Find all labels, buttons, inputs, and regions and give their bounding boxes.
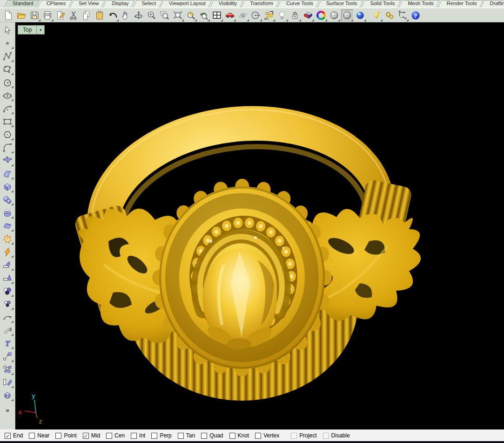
spheres-icon[interactable] xyxy=(1,194,13,205)
cplane-box-icon[interactable] xyxy=(1,390,13,401)
standard-toolbar: ? xyxy=(0,8,504,22)
osnap-cen-checkbox[interactable] xyxy=(106,433,112,439)
shaded-viewport-sphere-icon[interactable] xyxy=(328,9,340,21)
osnap-mid-checkbox[interactable]: ✓ xyxy=(83,433,89,439)
single-point-icon[interactable] xyxy=(1,38,13,49)
trim-icon[interactable] xyxy=(1,259,13,271)
tab-surface-tools[interactable]: Surface Tools xyxy=(319,0,363,7)
zoom-dynamic-icon[interactable] xyxy=(146,9,158,21)
arc-icon[interactable] xyxy=(1,103,13,114)
circle-icon[interactable] xyxy=(1,77,13,88)
osnap-cen: Cen xyxy=(106,432,125,439)
tab-select[interactable]: Select xyxy=(135,0,162,7)
help-icon[interactable]: ? xyxy=(410,9,422,21)
dimension-icon[interactable] xyxy=(396,9,409,21)
cylinder-torus-icon[interactable] xyxy=(1,207,13,218)
box-icon[interactable] xyxy=(1,181,13,192)
curved-surface-icon[interactable] xyxy=(1,168,13,179)
polygon-icon[interactable] xyxy=(1,129,13,140)
patch-surface-icon[interactable] xyxy=(1,220,13,232)
undo-icon[interactable] xyxy=(107,9,119,21)
osnap-vertex-checkbox[interactable] xyxy=(255,433,261,439)
osnap-disable-checkbox[interactable] xyxy=(323,433,329,439)
extend-curve-icon[interactable] xyxy=(1,312,13,323)
osnap-int-checkbox[interactable] xyxy=(131,433,137,439)
copy-objects-icon[interactable] xyxy=(1,364,13,375)
freeform-curve-icon[interactable] xyxy=(1,64,13,75)
selection-filter-icon[interactable] xyxy=(263,9,275,21)
car-icon[interactable] xyxy=(224,9,236,21)
osnap-quad-checkbox[interactable] xyxy=(201,433,207,439)
tab-cplanes[interactable]: CPlanes xyxy=(40,0,72,7)
cplane-grid-icon[interactable] xyxy=(237,9,249,21)
main-toolbar-left: T » xyxy=(0,22,15,429)
tab-mesh-tools[interactable]: Mesh Tools xyxy=(401,0,439,7)
new-document-icon[interactable] xyxy=(2,9,14,21)
options-gears-icon[interactable] xyxy=(383,9,396,21)
select-arrow-icon[interactable] xyxy=(1,25,13,36)
display-mode-wedge-icon[interactable] xyxy=(302,9,314,21)
osnap-knot-checkbox[interactable] xyxy=(229,433,235,439)
osnap-near-checkbox[interactable] xyxy=(29,433,35,439)
tab-transform[interactable]: Transform xyxy=(243,0,279,7)
explode-star-icon[interactable] xyxy=(1,233,13,245)
viewport-dropdown-arrow-icon[interactable]: ▼ xyxy=(36,25,45,34)
zoom-window-icon[interactable] xyxy=(159,9,171,21)
tab-standard[interactable]: Standard xyxy=(6,0,40,7)
control-point-curve-icon[interactable] xyxy=(1,51,13,62)
text-icon[interactable]: T xyxy=(1,338,13,349)
osnap-project: Project xyxy=(291,432,316,439)
rectangle-icon[interactable] xyxy=(1,116,13,127)
zoom-extents-icon[interactable] xyxy=(172,9,184,21)
knife-cut-icon[interactable] xyxy=(1,377,13,388)
color-wheel-icon[interactable] xyxy=(315,9,327,21)
tab-display[interactable]: Display xyxy=(105,0,134,7)
lightning-explode-icon[interactable] xyxy=(1,246,13,258)
paste-icon[interactable] xyxy=(94,9,106,21)
boolean-circles-icon[interactable] xyxy=(1,299,13,310)
export-with-pen-icon[interactable] xyxy=(54,9,67,21)
ellipse-icon[interactable] xyxy=(1,90,13,101)
undo-view-change-icon[interactable] xyxy=(198,9,210,21)
viewport-title-text[interactable]: Top xyxy=(18,25,36,34)
rendered-viewport-sphere-icon[interactable] xyxy=(341,9,353,21)
split-icon[interactable] xyxy=(1,273,13,284)
tab-render-tools[interactable]: Render Tools xyxy=(440,0,483,7)
rotate-view-icon[interactable] xyxy=(133,9,145,21)
cut-icon[interactable] xyxy=(67,9,80,21)
surface-from-points-icon[interactable] xyxy=(1,155,13,166)
osnap-project-checkbox[interactable] xyxy=(291,433,297,439)
copy-icon[interactable] xyxy=(81,9,93,21)
osnap-tan-checkbox[interactable] xyxy=(178,433,184,439)
render-blue-sphere-icon[interactable] xyxy=(354,9,366,21)
lamp-icon[interactable] xyxy=(276,9,288,21)
tab-curve-tools[interactable]: Curve Tools xyxy=(279,0,319,7)
render-scene: x y z xyxy=(15,22,504,429)
pan-hand-icon[interactable] xyxy=(120,9,132,21)
boolean-union-icon[interactable] xyxy=(1,286,13,297)
save-icon[interactable] xyxy=(28,9,40,21)
viewport-layout-grid-icon[interactable] xyxy=(211,9,223,21)
circle-radius-icon[interactable] xyxy=(250,9,262,21)
tab-drafting[interactable]: Drafting xyxy=(483,0,504,7)
print-icon[interactable] xyxy=(41,9,54,21)
lock-icon[interactable] xyxy=(289,9,301,21)
osnap-point-checkbox[interactable] xyxy=(55,433,61,439)
tab-viewport-layout[interactable]: Viewport Layout xyxy=(162,0,212,7)
more-tools-chevron[interactable]: » xyxy=(6,407,9,414)
osnap-disable: Disable xyxy=(323,432,350,439)
open-file-icon[interactable] xyxy=(15,9,27,21)
viewport-top[interactable]: Top ▼ xyxy=(15,22,504,429)
tab-solid-tools[interactable]: Solid Tools xyxy=(363,0,401,7)
tab-set-view[interactable]: Set View xyxy=(72,0,105,7)
axis-z-label: z xyxy=(39,418,42,425)
tab-visibility[interactable]: Visibility xyxy=(212,0,243,7)
offset-curve-icon[interactable] xyxy=(1,325,13,336)
zoom-selected-icon[interactable] xyxy=(185,9,197,21)
scale-icon[interactable] xyxy=(1,351,13,362)
osnap-end-checkbox[interactable]: ✓ xyxy=(5,433,11,439)
axis-y-label: y xyxy=(32,392,35,399)
fillet-curve-icon[interactable] xyxy=(1,142,13,153)
spotlight-cone-icon[interactable] xyxy=(370,9,383,21)
osnap-perp-checkbox[interactable] xyxy=(151,433,157,439)
